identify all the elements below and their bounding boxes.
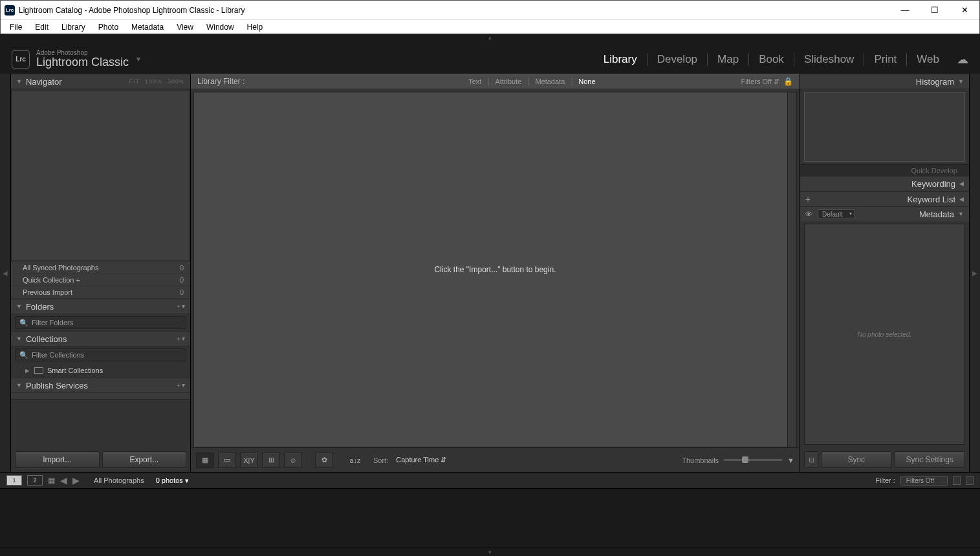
add-keyword-icon[interactable]: + [805,194,811,204]
add-collection-icon[interactable]: ＋▾ [175,334,185,343]
collapse-icon: ▼ [16,382,22,389]
library-filter-bar: Library Filter : Text Attribute Metadata… [191,74,800,89]
grid-scrollbar[interactable] [787,92,796,447]
add-folder-icon[interactable]: ＋▾ [175,302,185,311]
no-photo-message: No photo selected. [858,331,911,338]
import-button[interactable]: Import... [15,451,100,468]
close-button[interactable]: ✕ [950,1,979,20]
flag-filter-icon[interactable] [966,476,974,485]
compare-view-icon[interactable]: X|Y [240,453,258,468]
folders-title: Folders [26,302,54,312]
eye-icon[interactable]: 👁 [805,210,812,218]
toolbar-menu-icon[interactable]: ▼ [787,456,794,464]
collapse-icon: ◀ [959,180,964,187]
menu-metadata[interactable]: Metadata [125,21,170,33]
bottom-panel-grip[interactable]: ▾ [0,548,980,556]
navigator-header[interactable]: ▼ Navigator FIT100%300% [11,74,190,89]
sync-settings-button[interactable]: Sync Settings [895,451,966,468]
survey-view-icon[interactable]: ⊞ [262,453,280,468]
filter-collections-input[interactable]: 🔍 Filter Collections [15,348,186,361]
filters-off-dropdown[interactable]: Filters Off ⇵ [741,78,779,86]
right-panel-grip[interactable]: ▶ [969,74,980,472]
thumbnails-label: Thumbnails [682,456,719,464]
catalog-row-synced[interactable]: All Synced Photographs0 [11,262,190,274]
metadata-title[interactable]: Metadata [919,209,954,219]
top-panel-grip[interactable]: ▴ [0,34,980,41]
left-panel: ▼ Navigator FIT100%300% All Synced Photo… [11,74,191,472]
keywording-title: Keywording [911,179,955,189]
filter-lock-icon[interactable]: 🔒 [783,77,793,86]
source-label[interactable]: All Photographs [94,476,144,484]
menu-file[interactable]: File [3,21,28,33]
export-button[interactable]: Export... [102,451,187,468]
navigator-title: Navigator [26,77,62,87]
collections-title: Collections [26,334,67,344]
people-view-icon[interactable]: ☺ [284,453,302,468]
menu-help[interactable]: Help [241,21,270,33]
grid-view-icon[interactable]: ▦ [196,453,214,468]
keyword-list-header[interactable]: + Keyword List ◀ [800,191,969,207]
module-print[interactable]: Print [864,53,906,66]
collapse-icon: ▼ [16,336,22,342]
module-book[interactable]: Book [748,53,794,66]
module-library[interactable]: Library [594,53,647,66]
search-icon: 🔍 [19,351,28,359]
left-panel-grip[interactable]: ◀ [0,74,11,472]
metadata-preset-dropdown[interactable]: Default [818,209,855,219]
filter-tab-metadata[interactable]: Metadata [528,78,571,85]
quick-develop-header[interactable]: Quick Develop [800,164,969,176]
menu-photo[interactable]: Photo [92,21,125,33]
center-panel: Library Filter : Text Attribute Metadata… [191,74,800,472]
catalog-row-previous[interactable]: Previous Import0 [11,286,190,299]
menu-view[interactable]: View [170,21,200,33]
cloud-sync-icon[interactable]: ☁ [957,52,968,67]
collections-header[interactable]: ▼ Collections ＋▾ [11,331,190,347]
nav-back-icon[interactable]: ◀ [60,475,67,486]
module-map[interactable]: Map [707,53,748,66]
nav-forward-icon[interactable]: ▶ [72,475,80,486]
catalog-row-quick[interactable]: Quick Collection +0 [11,274,190,286]
identity-plate-row: Lrc Adobe Photoshop Lightroom Classic ▼ … [0,41,980,74]
minimize-button[interactable]: — [890,1,920,20]
folders-header[interactable]: ▼ Folders ＋▾ [11,299,190,314]
thumbnail-size-slider[interactable] [724,459,782,461]
app-logo-icon: Lrc [5,5,15,16]
sort-dropdown[interactable]: Capture Time ⇵ [396,456,446,464]
loupe-view-icon[interactable]: ▭ [218,453,236,468]
filter-tab-none[interactable]: None [571,78,602,85]
module-slideshow[interactable]: Slideshow [794,53,864,66]
publish-header[interactable]: ▼ Publish Services ＋▾ [11,378,190,393]
histogram-header[interactable]: Histogram ▼ [800,74,969,89]
maximize-button[interactable]: ☐ [920,1,950,20]
add-publish-icon[interactable]: ＋▾ [175,381,185,390]
keywording-header[interactable]: Keywording ◀ [800,176,969,191]
filmstrip-filter-dropdown[interactable]: Filters Off [900,476,948,486]
identity-dropdown-icon[interactable]: ▼ [135,56,142,63]
filter-folders-input[interactable]: 🔍 Filter Folders [15,316,186,329]
second-window-button[interactable]: 2 [27,475,43,486]
sync-toggle-icon[interactable]: ⊟ [804,451,818,468]
module-web[interactable]: Web [906,53,949,66]
grid-view[interactable]: Click the "Import..." button to begin. [193,92,797,447]
sync-button[interactable]: Sync [821,451,892,468]
main-window-button[interactable]: 1 [6,475,22,486]
window-titlebar: Lrc Lightroom Catalog - Adobe Photoshop … [1,1,979,20]
painter-tool-icon[interactable]: ✿ [315,453,333,468]
module-develop[interactable]: Develop [647,53,707,66]
filmstrip-filter-label: Filter : [875,476,895,484]
menu-library[interactable]: Library [55,21,92,33]
photo-count[interactable]: 0 photos ▾ [156,476,189,485]
brand-title: Lightroom Classic [36,56,129,69]
grid-source-icon[interactable]: ▦ [48,476,55,485]
menu-window[interactable]: Window [200,21,241,33]
module-picker: Library Develop Map Book Slideshow Print… [594,53,949,66]
navigator-zoom-levels[interactable]: FIT100%300% [124,78,185,85]
filter-tab-attribute[interactable]: Attribute [488,78,528,85]
empty-grid-message: Click the "Import..." button to begin. [435,265,556,274]
smart-collections-item[interactable]: ▶ Smart Collections [11,363,190,378]
sort-direction-icon[interactable]: a↓z [346,453,364,468]
filter-tab-text[interactable]: Text [462,78,488,85]
filmstrip[interactable] [0,489,980,548]
menu-edit[interactable]: Edit [28,21,55,33]
flag-filter-icon[interactable] [953,476,961,485]
